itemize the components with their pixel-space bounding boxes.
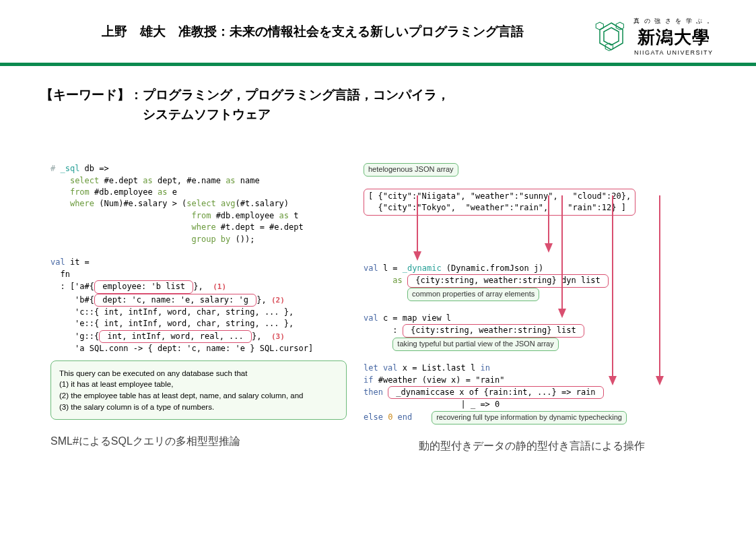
label-partial: taking typeful but partial view of the J… [392,338,558,351]
right-panel: hetelogenous JSON array [ {"city":"Niiga… [364,152,700,453]
header: 上野 雄大 准教授：未来の情報社会を支える新しいプログラミング言語 真 の 強 … [0,0,756,63]
left-explain-box: This query can be executed on any databa… [50,360,347,420]
logo-subtitle: NIIGATA UNIVERSITY [634,49,714,56]
svg-marker-1 [604,28,619,45]
explain-3: (2) the employee table has at least dept… [59,390,338,402]
right-code: hetelogenous JSON array [ {"city":"Niiga… [364,152,700,424]
left-code: # _sql db => select #e.dept as dept, #e.… [50,152,347,355]
left-caption: SML#によるSQLクエリの多相型型推論 [50,435,347,449]
university-logo: 真 の 強 さ を 学 ぶ 。 新潟大學 NIIGATA UNIVERSITY [594,17,729,56]
svg-marker-2 [596,22,603,30]
label-recover: recovering full type information by dyna… [432,411,627,424]
keywords-line1: 【キーワード】：プログラミング，プログラミング言語，コンパイラ， [40,85,756,104]
keywords-block: 【キーワード】：プログラミング，プログラミング言語，コンパイラ， システムソフト… [0,66,756,131]
explain-2: (1) it has at least employee table, [59,379,338,390]
label-hetero: hetelogenous JSON array [364,163,458,177]
explain-4: (3) the salary column is of a type of nu… [59,402,338,413]
page-title: 上野 雄大 准教授：未来の情報社会を支える新しいプログラミング言語 [30,17,594,42]
logo-icon [594,20,628,53]
label-common: common properties of array elements [407,288,539,301]
logo-tagline: 真 の 強 さ を 学 ぶ 。 [633,17,714,26]
right-caption: 動的型付きデータの静的型付き言語による操作 [364,439,700,453]
keywords-line2: システムソフトウェア [40,104,756,124]
content: # _sql db => select #e.dept as dept, #e.… [0,131,756,460]
left-panel: # _sql db => select #e.dept as dept, #e.… [50,152,347,449]
logo-name: 新潟大學 [638,26,710,49]
explain-1: This query can be executed on any databa… [59,368,338,379]
